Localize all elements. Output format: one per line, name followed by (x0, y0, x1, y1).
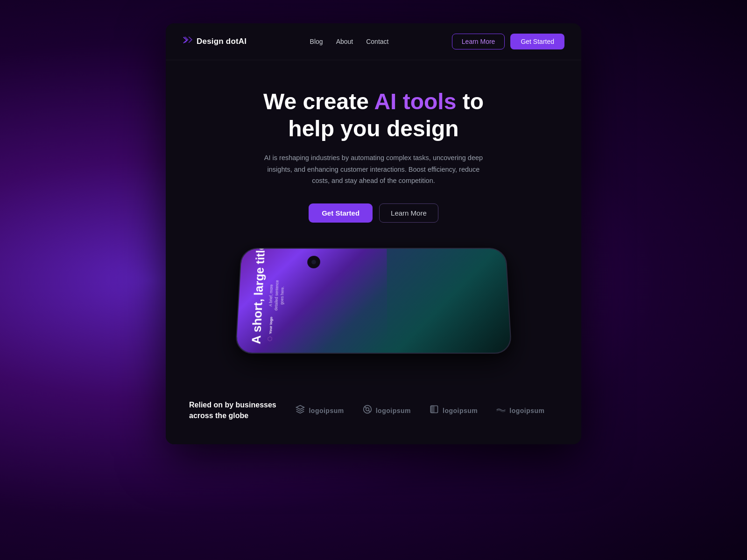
partner-logo-1: logoipsum (296, 405, 344, 416)
phone-screen-right (387, 249, 511, 353)
partner-logo-3-icon (430, 405, 439, 416)
logo: Design dotAI (183, 35, 247, 48)
partner-logo-1-name: logoipsum (309, 407, 344, 414)
logos-tagline: Relied on by businesses across the globe (189, 400, 282, 421)
phone-wrapper: A short, large title goes here. A brief,… (238, 246, 509, 358)
get-started-hero-button[interactable]: Get Started (309, 203, 373, 223)
phone-logo-icon-left: ⬡ (267, 336, 274, 342)
nav-links: Blog About Contact (310, 38, 389, 45)
logo-text: Design dotAI (197, 37, 247, 46)
nav-link-about[interactable]: About (336, 38, 353, 45)
hero-title: We create AI tools tohelp you design (194, 88, 553, 142)
learn-more-hero-button[interactable]: Learn More (379, 203, 438, 223)
navbar: Design dotAI Blog About Contact Learn Mo… (166, 23, 581, 60)
logo-icon (183, 35, 193, 48)
hero-title-highlight: AI tools (374, 89, 456, 114)
svg-rect-5 (431, 406, 435, 413)
hero-subtitle: AI is reshaping industries by automating… (261, 152, 486, 187)
main-window: Design dotAI Blog About Contact Learn Mo… (166, 23, 581, 444)
hero-buttons: Get Started Learn More (194, 203, 553, 223)
svg-line-2 (365, 406, 366, 408)
partner-logo-2: logoipsum (363, 405, 411, 416)
svg-point-1 (366, 408, 369, 411)
partner-logo-4-icon (496, 406, 506, 415)
phone-screen-left: A short, large title goes here. A brief,… (236, 249, 388, 353)
phone-screen-desc: A brief, more detailed sentence goes her… (268, 278, 286, 315)
phone-body: A short, large title goes here. A brief,… (235, 248, 512, 354)
nav-link-contact[interactable]: Contact (366, 38, 388, 45)
hero-section: We create AI tools tohelp you design AI … (166, 60, 581, 377)
partner-logo-3: logoipsum (430, 405, 478, 416)
phone-mockup-container: A short, large title goes here. A brief,… (194, 246, 553, 358)
logos-grid: logoipsum logoipsum logoipsum logoipsum (282, 405, 558, 416)
partner-logo-2-name: logoipsum (376, 407, 411, 414)
partner-logo-4-name: logoipsum (509, 407, 544, 414)
partner-logo-4: logoipsum (496, 406, 544, 415)
nav-link-blog[interactable]: Blog (310, 38, 323, 45)
phone-notch (307, 256, 320, 268)
get-started-nav-button[interactable]: Get Started (510, 34, 564, 49)
logos-section: Relied on by businesses across the globe… (166, 377, 581, 444)
partner-logo-1-icon (296, 405, 305, 416)
partner-logo-3-name: logoipsum (443, 407, 478, 414)
partner-logo-2-icon (363, 405, 372, 416)
phone-logo-text: Your logo (268, 317, 274, 334)
nav-buttons: Learn More Get Started (452, 34, 564, 49)
svg-line-3 (368, 410, 370, 412)
learn-more-nav-button[interactable]: Learn More (452, 34, 505, 49)
